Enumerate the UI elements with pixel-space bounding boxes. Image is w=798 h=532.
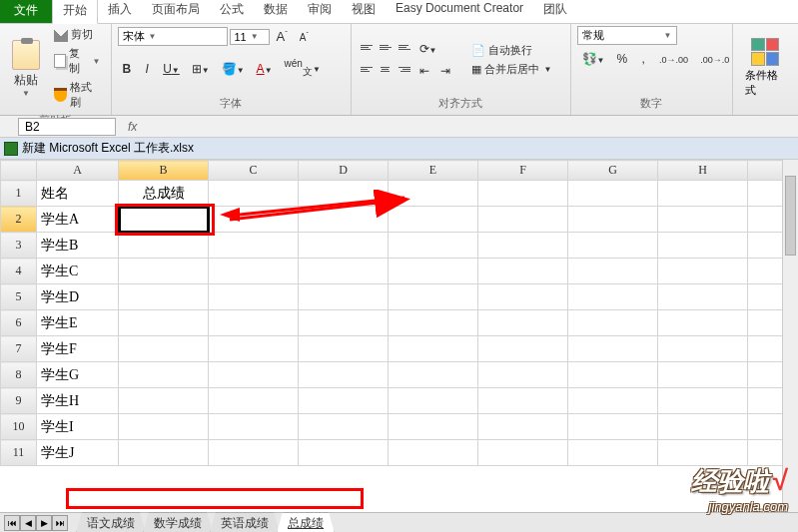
cell[interactable] bbox=[389, 440, 478, 466]
cell[interactable] bbox=[389, 284, 478, 310]
ribbon-tab[interactable]: 视图 bbox=[342, 0, 386, 23]
sheet-tab[interactable]: 总成绩 bbox=[277, 512, 335, 533]
cell[interactable]: 学生D bbox=[37, 284, 119, 310]
row-header[interactable]: 8 bbox=[1, 362, 37, 388]
ribbon-tab[interactable]: 团队 bbox=[533, 0, 577, 23]
cell[interactable]: 学生H bbox=[37, 388, 119, 414]
cut-button[interactable]: 剪切 bbox=[50, 26, 105, 43]
cell[interactable] bbox=[568, 233, 658, 259]
cell[interactable] bbox=[478, 233, 568, 259]
cell[interactable]: 学生A bbox=[37, 207, 119, 233]
cell[interactable]: 姓名 bbox=[37, 181, 119, 207]
cell[interactable]: 学生J bbox=[37, 440, 119, 466]
cell[interactable] bbox=[299, 310, 389, 336]
column-header[interactable]: D bbox=[299, 161, 389, 181]
cell[interactable]: 学生C bbox=[37, 259, 119, 284]
align-right-button[interactable] bbox=[396, 61, 413, 77]
cell[interactable] bbox=[299, 336, 389, 362]
cell[interactable] bbox=[389, 414, 478, 440]
phonetic-button[interactable]: wén文▼ bbox=[280, 55, 326, 82]
conditional-format-button[interactable]: 条件格式 bbox=[739, 36, 792, 100]
row-header[interactable]: 9 bbox=[1, 388, 37, 414]
sheet-nav-first[interactable]: ⏮ bbox=[4, 515, 20, 531]
cell[interactable] bbox=[389, 362, 478, 388]
fill-color-button[interactable]: 🪣▼ bbox=[217, 59, 250, 79]
wrap-text-button[interactable]: 📄自动换行 bbox=[467, 42, 556, 59]
column-header[interactable]: E bbox=[389, 161, 478, 181]
cell[interactable] bbox=[389, 181, 478, 207]
font-size-combo[interactable]: 11▼ bbox=[230, 29, 270, 45]
bold-button[interactable]: B bbox=[118, 59, 137, 79]
cell[interactable] bbox=[478, 336, 568, 362]
cell[interactable] bbox=[658, 207, 748, 233]
cell[interactable] bbox=[478, 440, 568, 466]
vertical-scrollbar[interactable] bbox=[782, 160, 798, 512]
column-header[interactable]: A bbox=[37, 161, 119, 181]
accounting-format-button[interactable]: 💱▼ bbox=[577, 49, 610, 69]
row-header[interactable]: 10 bbox=[1, 414, 37, 440]
cell[interactable] bbox=[658, 388, 748, 414]
cell[interactable] bbox=[209, 362, 299, 388]
cell[interactable] bbox=[209, 207, 299, 233]
cell[interactable] bbox=[658, 414, 748, 440]
cell[interactable] bbox=[119, 414, 209, 440]
cell[interactable] bbox=[209, 310, 299, 336]
cell[interactable] bbox=[119, 440, 209, 466]
cell[interactable] bbox=[299, 440, 389, 466]
cell[interactable] bbox=[209, 259, 299, 284]
cell[interactable]: 学生I bbox=[37, 414, 119, 440]
align-left-button[interactable] bbox=[358, 61, 376, 77]
cell[interactable] bbox=[119, 310, 209, 336]
cell[interactable] bbox=[568, 181, 658, 207]
column-header[interactable]: F bbox=[478, 161, 568, 181]
fx-label[interactable]: fx bbox=[116, 120, 149, 134]
paste-button[interactable]: 粘贴 ▼ bbox=[6, 38, 46, 100]
ribbon-tab[interactable]: 审阅 bbox=[298, 0, 342, 23]
column-header[interactable]: H bbox=[658, 161, 748, 181]
align-middle-button[interactable] bbox=[377, 39, 395, 55]
align-bottom-button[interactable] bbox=[396, 39, 413, 55]
ribbon-tab[interactable]: 插入 bbox=[98, 0, 142, 23]
cell[interactable] bbox=[209, 181, 299, 207]
increase-indent-button[interactable]: ⇥ bbox=[435, 61, 455, 81]
number-format-combo[interactable]: 常规▼ bbox=[577, 26, 677, 45]
grid[interactable]: ABCDEFGHI1姓名总成绩2学生A3学生B4学生C5学生D6学生E7学生F8… bbox=[0, 160, 798, 512]
sheet-tab[interactable]: 英语成绩 bbox=[210, 512, 280, 533]
cell[interactable] bbox=[209, 388, 299, 414]
cell[interactable] bbox=[389, 388, 478, 414]
cell[interactable] bbox=[658, 259, 748, 284]
row-header[interactable]: 6 bbox=[1, 310, 37, 336]
font-name-combo[interactable]: 宋体▼ bbox=[118, 27, 228, 46]
ribbon-tab[interactable]: 数据 bbox=[254, 0, 298, 23]
cell[interactable]: 学生E bbox=[37, 310, 119, 336]
cell[interactable] bbox=[389, 233, 478, 259]
row-header[interactable]: 3 bbox=[1, 233, 37, 259]
underline-button[interactable]: U▼ bbox=[158, 59, 185, 79]
cell[interactable] bbox=[568, 440, 658, 466]
align-center-button[interactable] bbox=[377, 61, 395, 77]
cell[interactable] bbox=[658, 362, 748, 388]
font-color-button[interactable]: A▼ bbox=[252, 59, 278, 79]
cell[interactable] bbox=[478, 181, 568, 207]
cell[interactable]: 总成绩 bbox=[119, 181, 209, 207]
ribbon-tab[interactable]: 开始 bbox=[52, 0, 98, 24]
cell[interactable] bbox=[658, 233, 748, 259]
cell[interactable] bbox=[478, 388, 568, 414]
cell[interactable] bbox=[568, 414, 658, 440]
cell[interactable]: 学生B bbox=[37, 233, 119, 259]
border-button[interactable]: ⊞▼ bbox=[187, 59, 215, 79]
cell[interactable] bbox=[209, 233, 299, 259]
merge-center-button[interactable]: ▦合并后居中▼ bbox=[467, 61, 556, 78]
row-header[interactable]: 5 bbox=[1, 284, 37, 310]
cell[interactable]: 学生G bbox=[37, 362, 119, 388]
cell[interactable] bbox=[389, 336, 478, 362]
row-header[interactable]: 11 bbox=[1, 440, 37, 466]
cell[interactable] bbox=[119, 362, 209, 388]
cell[interactable] bbox=[568, 362, 658, 388]
sheet-nav-prev[interactable]: ◀ bbox=[20, 515, 36, 531]
row-header[interactable]: 2 bbox=[1, 207, 37, 233]
cell[interactable] bbox=[299, 259, 389, 284]
cell[interactable] bbox=[568, 310, 658, 336]
cell[interactable] bbox=[478, 259, 568, 284]
cell[interactable] bbox=[299, 284, 389, 310]
